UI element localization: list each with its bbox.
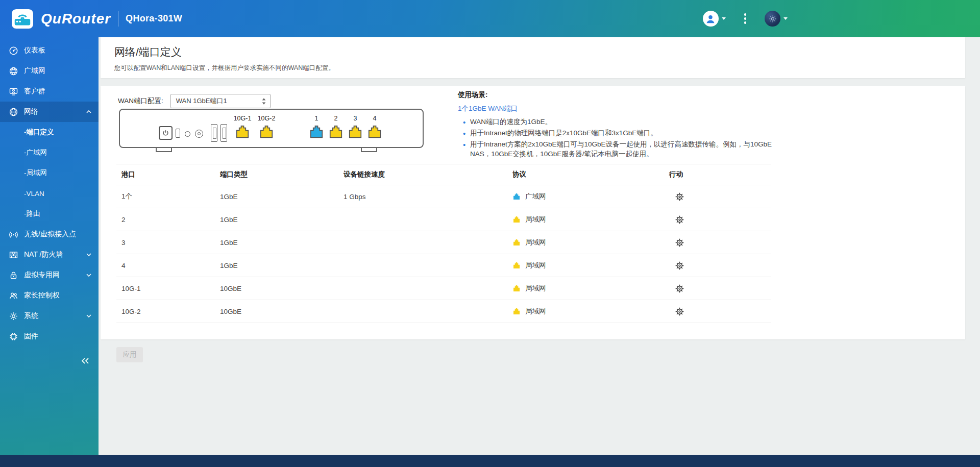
- sidebar-item-firmware[interactable]: 固件: [0, 326, 99, 347]
- apply-button[interactable]: 应用: [116, 347, 143, 362]
- gear-icon: [674, 191, 685, 202]
- sidebar-item-network[interactable]: 网络: [0, 102, 99, 122]
- diagram-label-3: 3: [348, 115, 363, 122]
- avatar: [703, 11, 719, 27]
- port-settings-button[interactable]: [673, 213, 686, 226]
- port-settings-button[interactable]: [673, 190, 686, 203]
- table-header-row: 港口 端口类型 设备链接速度 协议 行动: [116, 164, 771, 185]
- router-diagram: 10G-1 10G-2 1 2 3 4: [119, 109, 425, 155]
- select-arrows-icon: [261, 97, 266, 105]
- port-settings-button[interactable]: [673, 259, 686, 272]
- usage-scenario-panel: 使用场景: 1个1GbE WAN端口 WAN端口的速度为1GbE。 用于Intr…: [458, 90, 779, 159]
- sidebar-subitem-port-definition[interactable]: -端口定义: [0, 122, 99, 142]
- wan-config-row: WAN端口配置: WAN 1GbE端口1: [118, 94, 271, 108]
- dashboard-icon: [8, 45, 18, 56]
- cell-port-type: 1GbE: [215, 208, 338, 231]
- gear-icon: [674, 214, 685, 225]
- col-header-protocol: 协议: [507, 164, 664, 185]
- sidebar-item-nat-firewall[interactable]: NAT /防火墙: [0, 244, 99, 265]
- diagram-label-4: 4: [367, 115, 382, 122]
- diagram-port-1-wan: [309, 124, 324, 139]
- cell-protocol: 局域网: [512, 261, 664, 270]
- port-settings-button[interactable]: [673, 236, 686, 249]
- sidebar-item-vpn[interactable]: 虚拟专用网: [0, 265, 99, 285]
- diagram-label-10g2: 10G-2: [257, 115, 276, 122]
- cell-port-type: 1GbE: [215, 185, 338, 208]
- clients-icon: [8, 86, 18, 96]
- gear-icon: [674, 237, 685, 248]
- lan-port-icon: [512, 215, 521, 224]
- cell-port-type: 1GbE: [215, 254, 338, 277]
- diagram-port-2: [328, 124, 344, 139]
- table-row: 10G-1 10GbE 局域网: [116, 277, 771, 300]
- sidebar-nav: 仪表板 广域网 客户群 网络: [0, 37, 99, 455]
- sidebar-item-system[interactable]: 系统: [0, 306, 99, 326]
- gear-icon: [674, 283, 685, 294]
- cell-port: 10G-2: [116, 300, 215, 323]
- sidebar-item-wan[interactable]: 广域网: [0, 61, 99, 81]
- sidebar-item-parental-control[interactable]: 家长控制权: [0, 285, 99, 306]
- wan-port-select[interactable]: WAN 1GbE端口1: [170, 94, 271, 108]
- bottom-status-bar: [0, 455, 980, 467]
- col-header-port: 港口: [116, 164, 215, 185]
- cell-port-type: 10GbE: [215, 277, 338, 300]
- lan-port-icon: [512, 284, 521, 292]
- table-row: 4 1GbE 局域网: [116, 254, 771, 277]
- diagram-label-2: 2: [328, 115, 344, 122]
- wan-port-icon: [512, 192, 521, 201]
- port-settings-button[interactable]: [673, 305, 686, 318]
- cell-link-speed: [338, 208, 507, 231]
- sidebar-item-dashboard[interactable]: 仪表板: [0, 40, 99, 61]
- qnap-router-logo-icon: [11, 9, 34, 29]
- usage-bullet: 用于Intranet方案的2x10GbE端口可与10GbE设备一起使用，以进行高…: [470, 139, 779, 159]
- col-header-link-speed: 设备链接速度: [338, 164, 507, 185]
- reset-switch-icon: [176, 129, 180, 138]
- cell-port-type: 10GbE: [215, 300, 338, 323]
- ports-table: 港口 端口类型 设备链接速度 协议 行动 1个 1GbE 1 Gbps: [116, 164, 771, 323]
- network-globe-icon: [8, 107, 18, 117]
- gear-icon: [674, 306, 685, 317]
- diagram-port-10g2: [259, 124, 274, 139]
- brand-separator: [118, 11, 118, 27]
- main-content: 网络/端口定义 您可以配置WAN和LAN端口设置，并根据用户要求实施不同的WAN…: [99, 37, 980, 455]
- sidebar-subitem-lan[interactable]: -局域网: [0, 163, 99, 183]
- chevron-down-icon: [722, 17, 726, 20]
- cell-protocol: 局域网: [512, 215, 664, 224]
- sidebar-subitem-routing[interactable]: -路由: [0, 204, 99, 224]
- user-menu-button[interactable]: [703, 11, 726, 27]
- table-row: 1个 1GbE 1 Gbps 广域网: [116, 185, 771, 208]
- cell-port: 2: [116, 208, 215, 231]
- cell-link-speed: [338, 300, 507, 323]
- sidebar-item-wireless[interactable]: 无线/虚拟接入点: [0, 224, 99, 244]
- lan-port-icon: [512, 261, 521, 269]
- brand-name: QuRouter: [41, 11, 111, 27]
- table-row: 3 1GbE 局域网: [116, 231, 771, 254]
- more-options-button[interactable]: [740, 11, 751, 26]
- top-header: QuRouter QHora-301W: [0, 0, 980, 37]
- gear-icon: [8, 311, 18, 321]
- sidebar-collapse-button[interactable]: [77, 355, 93, 367]
- router-chassis: 10G-1 10G-2 1 2 3 4: [119, 109, 424, 148]
- cell-protocol: 局域网: [512, 284, 664, 293]
- wireless-icon: [8, 229, 18, 239]
- reset-hole-icon: [185, 131, 190, 137]
- service-portal-button[interactable]: [765, 11, 788, 27]
- cell-port: 10G-1: [116, 277, 215, 300]
- diagram-port-10g1: [235, 124, 250, 139]
- table-row: 10G-2 10GbE 局域网: [116, 300, 771, 323]
- sidebar-subitem-vlan[interactable]: -VLAN: [0, 183, 99, 204]
- cell-link-speed: [338, 254, 507, 277]
- app-root: QuRouter QHora-301W: [0, 0, 980, 467]
- col-header-port-type: 端口类型: [215, 164, 338, 185]
- col-header-action: 行动: [664, 164, 771, 185]
- sidebar-subitem-wan[interactable]: -广域网: [0, 142, 99, 163]
- power-jack-icon: [195, 130, 203, 138]
- usage-subtitle: 1个1GbE WAN端口: [458, 104, 779, 113]
- cell-protocol: 局域网: [512, 238, 664, 247]
- diagram-foot: [361, 148, 377, 152]
- usb-port-icon: [211, 124, 217, 142]
- table-row: 2 1GbE 局域网: [116, 208, 771, 231]
- usage-bullet: 用于Intranet的物理网络端口是2x10GbE端口和3x1GbE端口。: [470, 128, 779, 138]
- port-settings-button[interactable]: [673, 282, 686, 295]
- sidebar-item-clients[interactable]: 客户群: [0, 81, 99, 102]
